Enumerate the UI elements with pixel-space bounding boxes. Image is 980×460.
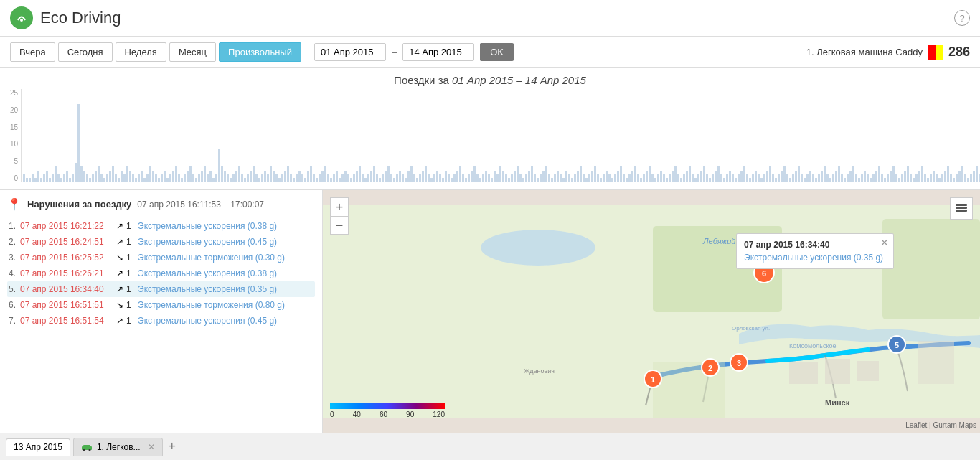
zoom-out-button[interactable]: − [330,216,349,235]
week-button[interactable]: Неделя [116,42,166,62]
chart-bar [221,166,223,182]
chart-bar [189,166,192,182]
chart-bar [273,171,275,182]
violation-row[interactable]: 6. 07 апр 2015 16:51:51 ↘ 1 Экстремальны… [7,297,315,313]
violation-date: 07 апр 2015 16:21:22 [20,221,113,231]
violation-row[interactable]: 3. 07 апр 2015 16:25:52 ↘ 1 Экстремальны… [7,250,315,266]
chart-container: 0510152025 [10,89,970,182]
chart-bar [32,174,34,182]
bars-area [21,89,980,182]
chart-bar [548,174,550,182]
chart-bar [430,178,433,182]
chart-bar [175,166,177,182]
chart-bar [841,174,843,182]
month-button[interactable]: Месяц [169,42,216,62]
chart-bar [694,178,697,182]
chart-bar [562,178,565,182]
violation-row[interactable]: 7. 07 апр 2015 16:51:54 ↗ 1 Экстремальны… [7,313,315,329]
svg-text:Минск: Минск [825,398,850,407]
chart-bar [801,174,803,182]
yesterday-button[interactable]: Вчера [10,42,55,62]
chart-bar [557,171,559,182]
svg-text:3: 3 [737,359,741,367]
chart-bar [832,174,834,182]
violation-arrow-icon: ↗ [113,221,126,231]
chart-bar [611,178,613,182]
chart-bar [307,171,309,182]
left-panel: 📍 Нарушения за поездку 07 апр 2015 16:11… [0,190,323,433]
help-button[interactable]: ? [954,10,970,26]
chart-bar [126,166,128,182]
chart-bar [778,174,780,182]
ok-button[interactable]: OK [480,43,514,61]
chart-bar [121,171,123,182]
chart-bar [720,174,722,182]
chart-bar [410,166,413,182]
chart-bar [313,174,315,182]
tab-vehicle[interactable]: 1. Легков... ✕ [73,438,163,456]
map-popup: ✕ 07 апр 2015 16:34:40 Экстремальные уск… [736,233,894,269]
date-to-input[interactable] [402,43,474,61]
map-background: Лебяжий Жданович Минск Комсомольское Орл… [323,190,980,433]
violation-row[interactable]: 1. 07 апр 2015 16:21:22 ↗ 1 Экстремальны… [7,218,315,234]
violation-row[interactable]: 5. 07 апр 2015 16:34:40 ↗ 1 Экстремальны… [7,281,315,297]
date-from-input[interactable] [314,43,386,61]
violation-desc: Экстремальные ускорения (0.45 g) [138,237,314,247]
chart-bar [884,178,886,182]
chart-bar [482,174,484,182]
chart-bar [52,174,54,182]
chart-bar [540,174,542,182]
chart-bar [936,174,938,182]
chart-bar [172,171,174,182]
violation-row[interactable]: 4. 07 апр 2015 16:26:21 ↗ 1 Экстремальны… [7,266,315,281]
chart-bar [304,178,306,182]
chart-bar [456,171,458,182]
chart-bar [927,178,929,182]
chart-bar [867,174,869,182]
violation-count: 1 [126,237,138,247]
chart-bar [23,174,25,182]
chart-bar [336,171,338,182]
chart-bar [184,174,186,182]
chart-bar [585,178,588,182]
tab-add-button[interactable]: + [166,439,179,454]
violation-count: 1 [126,253,138,263]
tab-close-button[interactable]: ✕ [148,442,155,452]
violation-arrow-icon: ↗ [113,316,126,326]
chart-bar [781,171,783,182]
today-button[interactable]: Сегодня [58,42,113,62]
chart-bar [135,178,137,182]
violation-count: 1 [126,268,138,278]
chart-bar [393,178,395,182]
chart-bar [852,166,854,182]
chart-bar [359,166,361,182]
tab-date[interactable]: 13 Апр 2015 [6,438,70,456]
custom-button[interactable]: Произвольный [219,42,301,62]
chart-bar [278,178,281,182]
chart-bar [620,166,622,182]
svg-rect-5 [882,219,980,319]
chart-bar [640,178,642,182]
chart-bar [416,178,418,182]
chart-bar [829,178,831,182]
zoom-in-button[interactable]: + [330,197,349,216]
chart-bar [654,178,656,182]
chart-bar [534,174,536,182]
popup-close-button[interactable]: ✕ [880,237,889,248]
chart-bar [956,174,958,182]
layers-button[interactable] [950,197,973,220]
chart-bar [419,174,421,182]
chart-bar [488,174,490,182]
chart-bar [875,171,877,182]
violation-row[interactable]: 2. 07 апр 2015 16:24:51 ↗ 1 Экстремальны… [7,234,315,250]
chart-bar [617,171,619,182]
chart-bar [686,171,688,182]
chart-bar [568,174,570,182]
chart-bar [706,174,708,182]
chart-bar [772,174,774,182]
chart-bar [858,178,860,182]
chart-bar [594,166,596,182]
chart-bar [382,174,384,182]
chart-bar [967,178,969,182]
chart-bar [178,174,180,182]
